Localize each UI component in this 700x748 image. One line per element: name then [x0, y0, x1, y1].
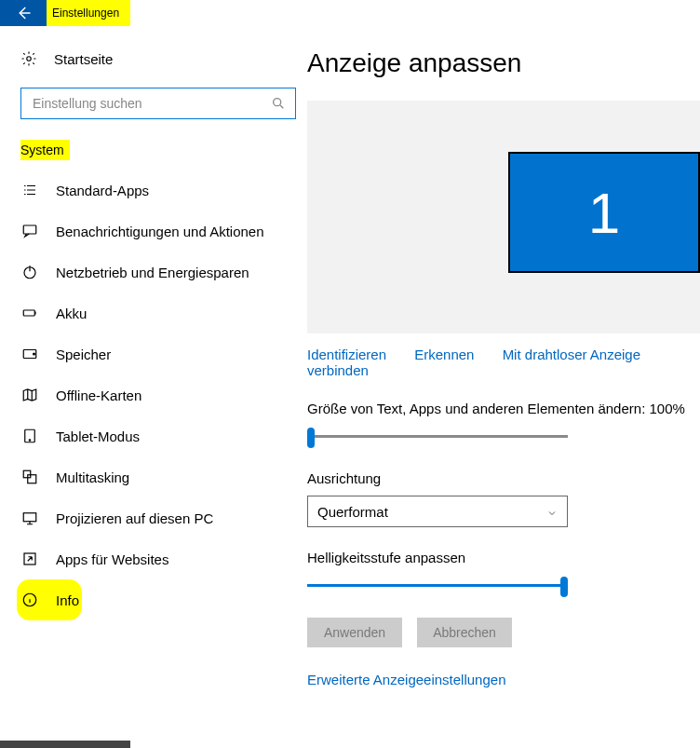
svg-rect-9	[23, 470, 31, 478]
sidebar-item-battery[interactable]: Akku	[20, 292, 294, 333]
orientation-value: Querformat	[317, 504, 388, 520]
sidebar-home[interactable]: Startseite	[20, 50, 294, 67]
svg-point-6	[34, 353, 35, 355]
svg-point-8	[29, 440, 31, 442]
slider-thumb[interactable]	[560, 577, 568, 597]
sidebar-item-label: Akku	[56, 306, 87, 321]
sidebar-item-storage[interactable]: Speicher	[20, 333, 294, 374]
search-input-wrapper[interactable]	[20, 88, 296, 119]
sidebar-item-notifications[interactable]: Benachrichtigungen und Aktionen	[20, 211, 294, 252]
page-title: Anzeige anpassen	[307, 48, 700, 78]
link-identify[interactable]: Identifizieren	[307, 347, 386, 362]
monitor-number: 1	[588, 180, 620, 246]
window-title: Einstellungen	[47, 0, 130, 26]
slider-fill	[307, 584, 564, 587]
power-icon	[20, 264, 39, 280]
cancel-button[interactable]: Abbrechen	[417, 618, 512, 647]
sidebar-item-label: Tablet-Modus	[56, 428, 140, 444]
gear-icon	[20, 50, 37, 67]
brightness-label: Helligkeitsstufe anpassen	[307, 550, 700, 565]
sidebar-item-label: Info	[56, 592, 79, 608]
sidebar-item-default-apps[interactable]: Standard-Apps	[20, 170, 294, 211]
sidebar-section-system: System	[20, 140, 70, 160]
message-icon	[20, 223, 39, 239]
tablet-icon	[20, 428, 39, 444]
sidebar-home-label: Startseite	[54, 51, 113, 67]
sidebar-item-label: Standard-Apps	[56, 183, 149, 198]
list-icon	[20, 182, 39, 198]
sidebar-item-tablet-mode[interactable]: Tablet-Modus	[20, 415, 294, 456]
orientation-label: Ausrichtung	[307, 470, 700, 486]
search-icon	[271, 96, 286, 111]
orientation-select[interactable]: Querformat	[307, 496, 568, 527]
apply-button[interactable]: Anwenden	[307, 618, 402, 647]
svg-rect-10	[28, 475, 36, 483]
taskbar-fragment	[0, 741, 130, 748]
sidebar-item-apps-websites[interactable]: Apps für Websites	[20, 538, 294, 579]
monitor-1[interactable]: 1	[508, 152, 700, 273]
multitask-icon	[20, 469, 39, 485]
scale-label: Größe von Text, Apps und anderen Element…	[307, 401, 700, 416]
sidebar-item-label: Netzbetrieb und Energiesparen	[56, 265, 249, 280]
sidebar-item-offline-maps[interactable]: Offline-Karten	[20, 374, 294, 415]
sidebar: Startseite System Standard-Apps Benachri…	[0, 26, 307, 729]
slider-track	[307, 435, 568, 438]
sidebar-item-label: Offline-Karten	[56, 388, 141, 403]
sidebar-item-label: Multitasking	[56, 469, 129, 485]
svg-point-0	[27, 57, 32, 61]
arrow-left-icon	[15, 5, 32, 21]
sidebar-item-multitasking[interactable]: Multitasking	[20, 456, 294, 497]
sidebar-item-info[interactable]: Info	[17, 579, 82, 620]
sidebar-item-label: Projizieren auf diesen PC	[56, 510, 213, 526]
sidebar-item-label: Benachrichtigungen und Aktionen	[56, 224, 264, 239]
back-button[interactable]	[0, 0, 47, 26]
info-icon	[20, 592, 39, 608]
sidebar-item-power[interactable]: Netzbetrieb und Energiesparen	[20, 252, 294, 292]
chevron-down-icon	[546, 506, 558, 517]
slider-thumb[interactable]	[307, 428, 315, 448]
title-bar: Einstellungen	[0, 0, 700, 26]
arrow-box-icon	[20, 551, 39, 567]
brightness-slider[interactable]	[307, 575, 568, 597]
main-panel: Anzeige anpassen 1 Identifizieren Erkenn…	[307, 26, 700, 729]
sidebar-item-projecting[interactable]: Projizieren auf diesen PC	[20, 497, 294, 538]
battery-icon	[20, 305, 39, 321]
sidebar-item-label: Speicher	[56, 347, 111, 362]
link-detect[interactable]: Erkennen	[414, 347, 474, 362]
map-icon	[20, 387, 39, 403]
scale-slider[interactable]	[307, 426, 568, 448]
display-links: Identifizieren Erkennen Mit drahtloser A…	[307, 347, 700, 378]
svg-rect-4	[23, 310, 34, 316]
project-icon	[20, 510, 39, 526]
advanced-display-link[interactable]: Erweiterte Anzeigeeinstellungen	[307, 672, 505, 687]
svg-rect-11	[23, 513, 36, 522]
display-preview[interactable]: 1	[307, 101, 700, 333]
disk-icon	[20, 346, 39, 362]
svg-point-1	[274, 99, 281, 106]
search-input[interactable]	[31, 95, 271, 112]
svg-rect-2	[23, 225, 36, 234]
sidebar-item-label: Apps für Websites	[56, 551, 168, 567]
